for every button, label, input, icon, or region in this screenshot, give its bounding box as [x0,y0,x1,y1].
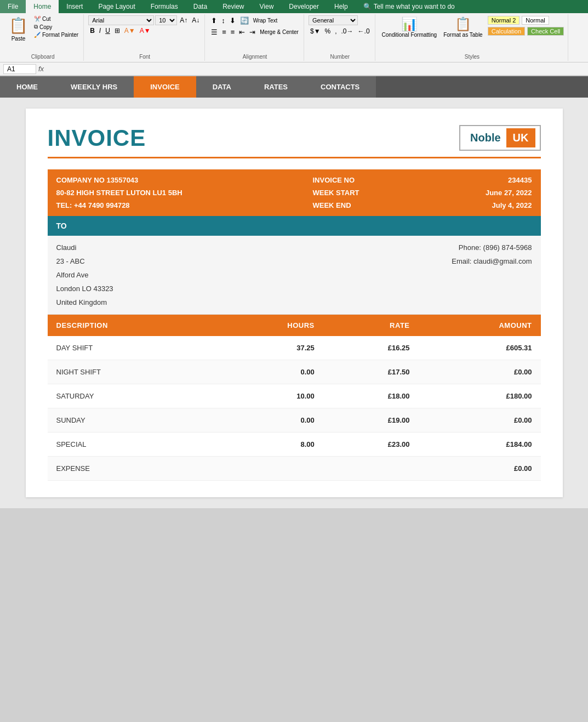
wrap-text-button[interactable]: Wrap Text [252,16,279,25]
nav-tab-rates[interactable]: RATES [248,76,304,98]
row4-amount: £184.00 [419,433,541,457]
invoice-header: INVOICE Noble UK [48,125,541,158]
align-right-button[interactable]: ≡ [229,27,237,37]
row3-desc: SUNDAY [48,408,215,433]
row4-hours: 8.00 [215,433,323,457]
decrease-decimal-button[interactable]: ←.0 [356,27,372,36]
search-icon: 🔍 [363,3,372,10]
tel-line: TEL: +44 7490 994728 [56,201,313,209]
align-top-button[interactable]: ⬆ [209,15,219,26]
nav-tab-home[interactable]: HOME [0,76,54,98]
to-body: Claudi 23 - ABC Alford Ave London LO 433… [48,236,541,315]
style-normal[interactable]: Normal [522,16,549,25]
merge-center-button[interactable]: Merge & Center [258,29,300,36]
fill-color-button[interactable]: A▼ [123,26,137,35]
row0-hours: 37.25 [215,336,323,360]
tab-page-layout[interactable]: Page Layout [90,0,142,13]
increase-indent-button[interactable]: ⇥ [248,27,257,37]
alignment-group: ⬆ ↕ ⬇ 🔄 Wrap Text ☰ ≡ ≡ ⇤ ⇥ Merge & Cent… [206,14,304,61]
orientation-button[interactable]: 🔄 [238,15,250,26]
formula-input[interactable] [46,65,585,73]
email-label: Email: [452,257,471,265]
font-name-select[interactable]: Arial [88,15,154,25]
nav-tab-contacts[interactable]: CONTACTS [304,76,376,98]
tab-file[interactable]: File [0,0,26,13]
row5-amount: £0.00 [419,457,541,481]
cell-reference-input[interactable] [3,64,36,74]
bold-button[interactable]: B [88,26,96,35]
tab-insert[interactable]: Insert [59,0,90,13]
row3-hours: 0.00 [215,408,323,433]
tab-data[interactable]: Data [186,0,215,13]
align-center-button[interactable]: ≡ [220,27,228,37]
percent-button[interactable]: % [323,27,333,36]
table-row: DAY SHIFT 37.25 £16.25 £605.31 [48,336,541,360]
tab-developer[interactable]: Developer [281,0,327,13]
tab-review[interactable]: Review [215,0,252,13]
font-color-button[interactable]: A▼ [138,26,152,35]
font-size-select[interactable]: 10 [155,15,177,25]
client-address1: 23 - ABC [56,257,294,265]
align-bottom-button[interactable]: ⬇ [228,15,237,26]
format-as-table-section: 📋 Format as Table [441,15,485,39]
tel-value: +44 7490 994728 [74,201,130,209]
currency-button[interactable]: $▼ [309,27,322,36]
number-group: General $▼ % , .0→ ←.0 Number [305,14,375,61]
cut-button[interactable]: ✂️ Cut [32,15,80,22]
conditional-formatting-icon: 📊 [401,16,418,32]
client-email: Email: claudi@gmail.com [452,257,532,265]
borders-button[interactable]: ⊞ [113,26,122,35]
format-as-table-button[interactable]: 📋 Format as Table [441,15,485,39]
invoice-container: INVOICE Noble UK COMPANY NO [26,109,563,497]
logo-uk-part: UK [506,128,535,147]
email-value: claudi@gmail.com [473,257,532,265]
alignment-group-label: Alignment [243,53,267,60]
tab-view[interactable]: View [252,0,282,13]
increase-font-button[interactable]: A↑ [178,16,189,25]
tab-home[interactable]: Home [26,0,59,13]
col-rate: RATE [323,315,419,336]
align-left-button[interactable]: ☰ [209,27,219,37]
italic-button[interactable]: I [98,26,102,35]
underline-button[interactable]: U [104,26,112,35]
main-content: INVOICE Noble UK COMPANY NO [0,98,588,508]
row2-hours: 10.00 [215,384,323,408]
search-placeholder: Tell me what you want to do [374,3,455,10]
number-format-select[interactable]: General [309,15,358,25]
row1-desc: NIGHT SHIFT [48,360,215,384]
invoice-no-label: INVOICE NO [313,176,423,184]
client-name: Claudi [56,243,294,252]
search-bar[interactable]: 🔍 Tell me what you want to do [356,0,463,13]
row5-rate [323,457,419,481]
styles-group-label: Styles [465,53,479,60]
row2-desc: SATURDAY [48,384,215,408]
nav-tab-data[interactable]: DATA [196,76,248,98]
decrease-indent-button[interactable]: ⇤ [237,27,247,37]
nav-tab-weekly-hrs[interactable]: WEEKLY HRS [54,76,134,98]
format-painter-button[interactable]: 🖌️ Format Painter [32,31,80,38]
nav-tab-invoice[interactable]: INVOICE [134,76,196,98]
increase-decimal-button[interactable]: .0→ [340,27,355,36]
conditional-formatting-button[interactable]: 📊 Conditional Formatting [380,15,439,39]
tab-formulas[interactable]: Formulas [143,0,186,13]
align-middle-button[interactable]: ↕ [220,15,227,26]
ribbon: File Home Insert Page Layout Formulas Da… [0,0,588,76]
style-normal2[interactable]: Normal 2 [488,16,520,25]
company-no-value: 13557043 [106,176,138,184]
style-calculation[interactable]: Calculation [488,27,525,36]
row3-amount: £0.00 [419,408,541,433]
tab-help[interactable]: Help [327,0,356,13]
tel-label: TEL: [56,201,72,209]
formatting-section: 📊 Conditional Formatting [380,15,439,39]
copy-button[interactable]: ⧉ Copy [32,23,80,31]
week-start-label: WEEK START [313,189,423,197]
style-check-cell[interactable]: Check Cell [527,27,564,36]
copy-label: Copy [39,24,52,30]
format-painter-label: Format Painter [42,32,78,38]
comma-button[interactable]: , [333,27,338,36]
cut-label: Cut [42,16,51,22]
nav-tab-bar: HOME WEEKLY HRS INVOICE DATA RATES CONTA… [0,76,588,98]
paste-button[interactable]: 📋 Paste [5,15,31,43]
decrease-font-button[interactable]: A↓ [190,16,201,25]
client-address2: Alford Ave [56,271,294,279]
